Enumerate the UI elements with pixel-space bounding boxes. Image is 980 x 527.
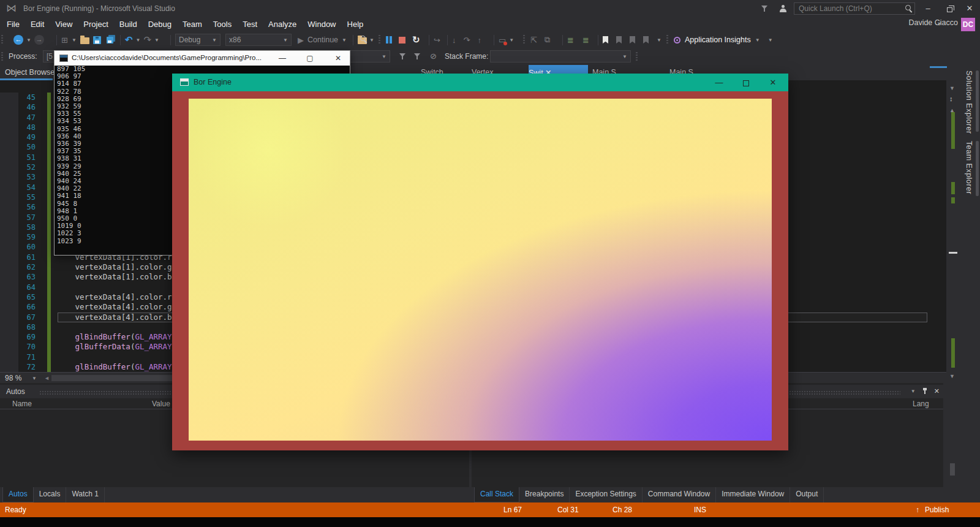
panel-close-icon[interactable]: ✕ [934, 387, 940, 395]
tab-output[interactable]: Output [790, 487, 824, 502]
notifications-filter-icon[interactable] [761, 5, 769, 13]
redo-caret[interactable]: ▼ [154, 37, 159, 43]
vertical-tab-solution-explorer[interactable]: Solution Explorer [965, 70, 973, 134]
navigate-back-button[interactable]: ← [13, 35, 23, 45]
tab-watch-1[interactable]: Watch 1 [66, 487, 105, 502]
solution-config-select[interactable]: Debug▼ [175, 34, 221, 46]
pointer-mode-icon[interactable]: ⇱ [530, 36, 537, 45]
menu-tools[interactable]: Tools [208, 17, 237, 32]
menu-window[interactable]: Window [302, 17, 341, 32]
find-caret[interactable]: ▼ [369, 37, 374, 43]
save-all-button[interactable] [107, 37, 113, 44]
break-all-button[interactable] [386, 36, 392, 44]
panel-scrollbar-thumb[interactable] [950, 463, 955, 476]
menu-file[interactable]: File [1, 17, 25, 32]
step-over-button[interactable]: ↷ [464, 36, 470, 45]
hscroll-left-arrow[interactable]: ◄ [44, 375, 50, 381]
menu-test[interactable]: Test [237, 17, 263, 32]
find-in-files-button[interactable] [358, 37, 367, 44]
console-maximize-button[interactable]: ▢ [300, 51, 320, 66]
continue-caret[interactable]: ▼ [342, 37, 347, 43]
menu-debug[interactable]: Debug [143, 17, 177, 32]
game-minimize-button[interactable]: — [709, 74, 729, 91]
open-file-button[interactable] [80, 37, 89, 44]
tab-breakpoints[interactable]: Breakpoints [519, 487, 570, 502]
decrease-indent-icon[interactable]: ≣ [567, 36, 574, 45]
console-minimize-button[interactable]: — [272, 51, 293, 66]
vertical-tab-team-explorer[interactable]: Team Explorer [965, 141, 973, 194]
undo-caret[interactable]: ▼ [136, 37, 141, 43]
tab-call-stack[interactable]: Call Stack [474, 487, 519, 502]
breakpoint-caret[interactable]: ▼ [509, 37, 514, 43]
stack-frame-select[interactable]: ▼ [490, 50, 631, 63]
console-title-bar[interactable]: C:\Users\ciaccodavide\Documents\GameProg… [55, 51, 350, 66]
navigate-back-caret[interactable]: ▼ [26, 37, 31, 43]
game-maximize-button[interactable] [736, 74, 756, 91]
redo-button[interactable]: ↷ [144, 34, 152, 45]
menu-project[interactable]: Project [78, 17, 113, 32]
callstack-col-lang[interactable]: Lang [913, 398, 929, 409]
tab-locals[interactable]: Locals [34, 487, 67, 502]
tab-object-browser[interactable]: Object Browse [5, 68, 55, 77]
account-name[interactable]: Davide Ciacco [908, 18, 958, 27]
save-button[interactable] [93, 36, 101, 44]
toggle-bookmark-button[interactable] [603, 36, 608, 44]
new-file-caret[interactable]: ▼ [72, 37, 77, 43]
close-button[interactable]: ✕ [960, 0, 979, 17]
solution-platform-select[interactable]: x86▼ [225, 34, 292, 46]
game-title-bar[interactable]: Bor Engine — ✕ [172, 74, 788, 91]
vscroll-down-arrow[interactable]: ▼ [949, 373, 955, 379]
tab-exception-settings[interactable]: Exception Settings [570, 487, 642, 502]
menu-view[interactable]: View [50, 17, 78, 32]
panel-menu-caret[interactable]: ▼ [911, 389, 916, 394]
suspend-threads-icon[interactable]: ⊘ [430, 51, 437, 61]
feedback-icon[interactable] [779, 5, 787, 13]
application-insights-button[interactable]: Application Insights [685, 36, 751, 44]
menu-analyze[interactable]: Analyze [263, 17, 302, 32]
document-dropdown-caret[interactable]: ▼ [949, 85, 955, 91]
copy-window-icon[interactable]: ⧉ [545, 35, 550, 45]
toolbar-grip[interactable] [1, 35, 3, 45]
menu-help[interactable]: Help [342, 17, 369, 32]
step-into-button[interactable]: ↓ [452, 36, 456, 45]
step-out-button[interactable]: ↑ [477, 36, 481, 45]
autos-col-name[interactable]: Name [12, 398, 32, 409]
navigate-forward-button[interactable]: → [34, 35, 44, 45]
restore-button[interactable] [940, 0, 959, 17]
clear-bookmarks-button[interactable] [643, 36, 649, 44]
show-next-statement-button[interactable]: ↪ [434, 36, 440, 45]
breakpoint-toggle-icon[interactable]: ▭ [499, 36, 506, 45]
menu-build[interactable]: Build [114, 17, 143, 32]
quick-launch-input[interactable]: Quick Launch (Ctrl+Q) [794, 2, 915, 15]
stop-debugging-button[interactable] [399, 37, 405, 44]
autos-col-value[interactable]: Value [152, 398, 170, 409]
tab-autos[interactable]: Autos [2, 487, 34, 502]
undo-button[interactable]: ↶ [125, 34, 133, 45]
publish-button[interactable]: Publish [925, 506, 949, 514]
toolbar-overflow-caret[interactable]: ▼ [768, 37, 773, 43]
game-window[interactable]: Bor Engine — ✕ [172, 74, 788, 450]
split-editor-handle[interactable]: ↕ [949, 95, 953, 102]
auto-hide-pin-icon[interactable] [922, 387, 928, 395]
previous-bookmark-button[interactable] [616, 36, 622, 44]
thread-filter-icon[interactable] [399, 53, 407, 61]
minimize-button[interactable]: – [919, 0, 937, 17]
editor-zoom-select[interactable]: 98 % [5, 374, 21, 382]
game-close-button[interactable]: ✕ [763, 74, 783, 91]
editor-zoom-caret[interactable]: ▼ [32, 376, 37, 381]
continue-button[interactable]: Continue [307, 36, 338, 44]
menu-edit[interactable]: Edit [25, 17, 50, 32]
avatar[interactable]: DC [961, 18, 975, 31]
editor-vertical-scrollbar[interactable]: ▼ ↕ ▲ ▼ [946, 80, 960, 383]
thread-filter-flagged-icon[interactable] [414, 53, 421, 61]
bookmark-caret[interactable]: ▼ [657, 37, 662, 43]
application-insights-caret[interactable]: ▼ [755, 37, 760, 43]
new-file-button[interactable]: ⊞ [61, 36, 68, 45]
console-close-button[interactable]: ✕ [328, 51, 349, 66]
tab-command-window[interactable]: Command Window [643, 487, 716, 502]
increase-indent-icon[interactable]: ≣ [582, 36, 589, 45]
menu-team[interactable]: Team [177, 17, 208, 32]
tab-immediate-window[interactable]: Immediate Window [716, 487, 790, 502]
restart-button[interactable]: ↻ [412, 34, 420, 45]
next-bookmark-button[interactable] [630, 36, 635, 44]
